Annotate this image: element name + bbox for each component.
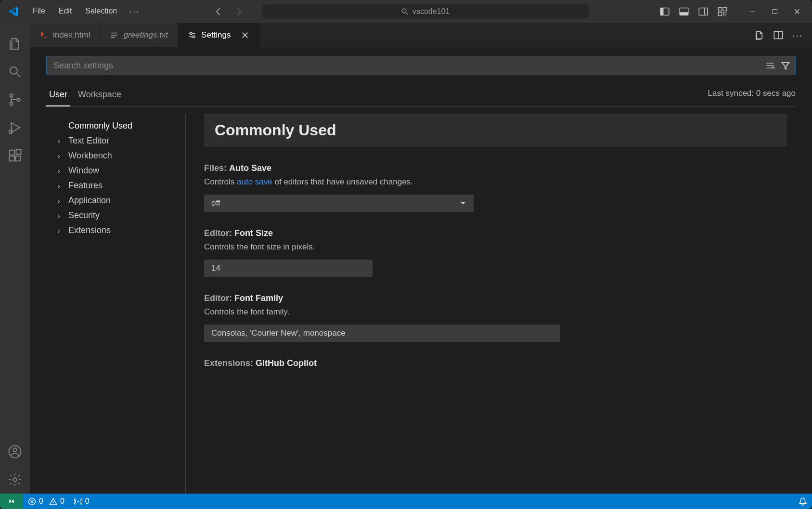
svg-point-23 xyxy=(13,478,17,482)
font-size-input[interactable] xyxy=(204,260,373,277)
scope-tab-workspace[interactable]: Workspace xyxy=(75,86,124,106)
menu-edit[interactable]: Edit xyxy=(53,4,78,20)
settings-search-input[interactable] xyxy=(46,56,796,75)
toc-window[interactable]: ›Window xyxy=(46,163,185,178)
status-problems[interactable]: 0 0 xyxy=(23,494,69,509)
activity-settings-gear-icon[interactable] xyxy=(1,466,29,494)
chevron-right-icon: › xyxy=(58,182,66,190)
sync-status-label: Last synced: 0 secs ago xyxy=(708,89,796,104)
status-ports[interactable]: 0 xyxy=(69,494,94,509)
chevron-right-icon: › xyxy=(58,227,66,235)
nav-forward-icon[interactable] xyxy=(232,5,245,18)
warning-count: 0 xyxy=(60,497,64,506)
menu-file[interactable]: File xyxy=(27,4,51,20)
menu-more-icon[interactable]: ··· xyxy=(125,4,144,20)
chevron-right-icon: › xyxy=(58,212,66,220)
toc-text-editor[interactable]: ›Text Editor xyxy=(46,133,185,148)
auto-save-select[interactable]: off xyxy=(204,195,474,212)
activity-search-icon[interactable] xyxy=(1,58,29,86)
status-bar: 0 0 0 xyxy=(0,494,812,509)
tab-index-html[interactable]: index.html xyxy=(30,23,100,47)
font-family-input[interactable] xyxy=(204,325,560,342)
toc-security[interactable]: ›Security xyxy=(46,208,185,223)
svg-rect-6 xyxy=(718,7,722,11)
toc-extensions[interactable]: ›Extensions xyxy=(46,223,185,238)
html-file-icon xyxy=(39,31,48,39)
svg-rect-9 xyxy=(724,13,726,15)
select-value: off xyxy=(211,198,220,208)
split-editor-icon[interactable] xyxy=(771,27,786,43)
setting-extensions-github-copilot: Extensions: GitHub Copilot xyxy=(204,358,787,368)
tab-close-icon[interactable] xyxy=(241,31,249,39)
command-center-search[interactable]: vscode101 xyxy=(262,4,589,19)
clear-search-icon[interactable] xyxy=(764,60,776,71)
setting-name: Font Family xyxy=(234,293,283,303)
setting-description: Controls the font family. xyxy=(204,307,787,317)
toc-commonly-used[interactable]: Commonly Used xyxy=(46,118,185,133)
chevron-right-icon: › xyxy=(58,137,66,145)
svg-rect-17 xyxy=(10,150,14,155)
tab-label: Settings xyxy=(201,30,231,40)
setting-category: Editor: xyxy=(204,228,232,238)
more-actions-icon[interactable]: ··· xyxy=(790,27,805,43)
svg-point-15 xyxy=(17,98,20,101)
filter-settings-icon[interactable] xyxy=(780,60,791,71)
setting-description: Controls the font size in pixels. xyxy=(204,242,787,252)
error-icon xyxy=(28,497,36,506)
antenna-icon xyxy=(74,497,82,506)
window-maximize-icon[interactable] xyxy=(764,4,786,19)
svg-point-24 xyxy=(190,32,193,35)
setting-description: Controls auto save of editors that have … xyxy=(204,177,787,187)
setting-name: GitHub Copilot xyxy=(256,358,317,368)
svg-rect-18 xyxy=(10,156,14,161)
toc-features[interactable]: ›Features xyxy=(46,178,185,193)
svg-rect-4 xyxy=(699,8,708,15)
auto-save-link[interactable]: auto save xyxy=(237,177,272,186)
error-count: 0 xyxy=(39,497,43,506)
svg-point-29 xyxy=(77,500,79,502)
warning-icon xyxy=(49,497,57,506)
activity-source-control-icon[interactable] xyxy=(1,86,29,114)
tab-settings[interactable]: Settings xyxy=(178,23,259,47)
activity-run-debug-icon[interactable] xyxy=(1,114,29,142)
menu-selection[interactable]: Selection xyxy=(79,4,123,20)
tab-label: index.html xyxy=(53,30,90,40)
window-minimize-icon[interactable] xyxy=(742,4,764,19)
svg-rect-1 xyxy=(660,8,663,15)
remote-indicator-icon[interactable] xyxy=(0,494,23,509)
activity-extensions-icon[interactable] xyxy=(1,142,29,170)
activity-explorer-icon[interactable] xyxy=(1,30,29,58)
window-close-icon[interactable] xyxy=(786,4,808,19)
svg-rect-3 xyxy=(680,12,688,15)
settings-toc: Commonly Used ›Text Editor ›Workbench ›W… xyxy=(46,114,186,494)
settings-search-field[interactable] xyxy=(53,61,764,71)
layout-toggle-primary-sidebar-icon[interactable] xyxy=(656,4,673,19)
svg-rect-8 xyxy=(718,12,722,16)
tab-label: greetings.txt xyxy=(123,30,168,40)
tab-greetings-txt[interactable]: greetings.txt xyxy=(100,23,178,47)
setting-files-auto-save: Files: Auto Save Controls auto save of e… xyxy=(204,163,787,212)
setting-category: Extensions: xyxy=(204,358,253,368)
layout-toggle-panel-icon[interactable] xyxy=(675,4,693,19)
svg-rect-19 xyxy=(15,156,20,161)
layout-customize-icon[interactable] xyxy=(714,4,731,19)
setting-editor-font-family: Editor: Font Family Controls the font fa… xyxy=(204,293,787,342)
svg-point-12 xyxy=(10,67,17,74)
vscode-logo-icon xyxy=(8,6,19,17)
setting-category: Editor: xyxy=(204,293,232,303)
status-notifications-icon[interactable] xyxy=(794,494,812,509)
svg-rect-11 xyxy=(773,10,777,14)
toc-workbench[interactable]: ›Workbench xyxy=(46,148,185,163)
scope-tab-user[interactable]: User xyxy=(46,86,70,106)
nav-back-icon[interactable] xyxy=(212,5,225,18)
setting-editor-font-size: Editor: Font Size Controls the font size… xyxy=(204,228,787,277)
setting-category: Files: xyxy=(204,163,227,173)
command-center-text: vscode101 xyxy=(412,7,450,16)
layout-toggle-secondary-sidebar-icon[interactable] xyxy=(695,4,712,19)
svg-rect-7 xyxy=(723,7,727,11)
toc-application[interactable]: ›Application xyxy=(46,193,185,208)
chevron-right-icon: › xyxy=(58,167,66,175)
setting-name: Font Size xyxy=(234,228,273,238)
activity-accounts-icon[interactable] xyxy=(1,438,29,466)
open-changes-icon[interactable] xyxy=(751,27,767,43)
